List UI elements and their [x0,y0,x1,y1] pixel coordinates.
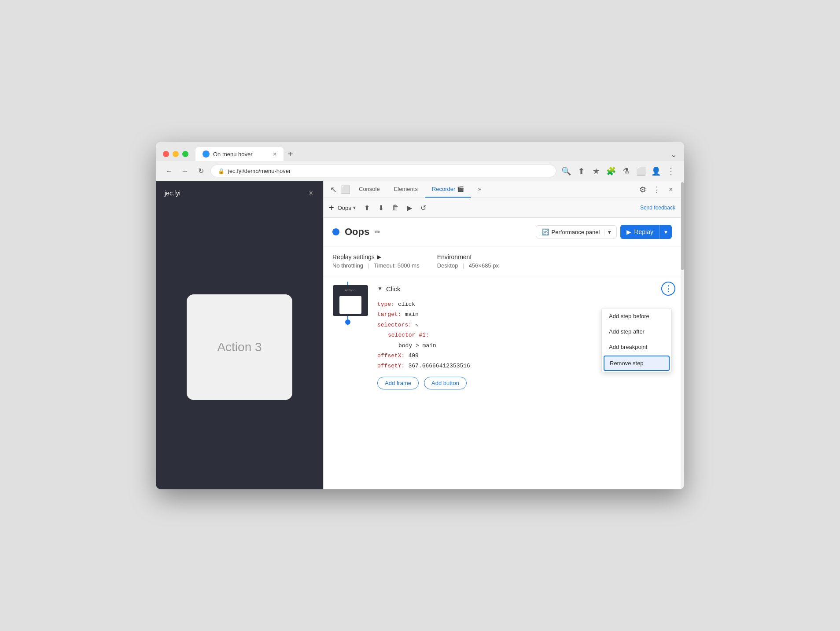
throttling-value: No throttling [332,262,363,269]
tab-recorder[interactable]: Recorder 🎬 [425,181,471,198]
recorder-action-buttons: ⬆ ⬇ 🗑 ▶ ↺ [361,202,430,214]
devtools-panel: ↖ ⬜ Console Elements Recorder 🎬 » ⚙ ⋮ × … [323,181,681,489]
add-step-after-label: Add step after [609,328,645,335]
add-breakpoint-item[interactable]: Add breakpoint [602,339,671,355]
main-area: jec.fyi ☀ Action 3 ↖ ⬜ Console Elements … [156,181,684,489]
step-expand-icon[interactable]: ▼ [377,286,383,292]
devtools-more-icon[interactable]: ⋮ [651,183,663,196]
forward-button[interactable]: → [179,165,191,177]
theme-toggle-icon[interactable]: ☀ [307,188,314,198]
add-recording-button[interactable]: + [329,203,334,213]
remove-step-item[interactable]: Remove step [604,356,670,371]
target-val: main [405,309,419,319]
devtools-tabs: ↖ ⬜ Console Elements Recorder 🎬 » ⚙ ⋮ × [324,181,681,198]
tab-console[interactable]: Console [352,181,387,198]
add-breakpoint-label: Add breakpoint [609,344,647,350]
add-step-after-item[interactable]: Add step after [602,324,671,339]
recording-title: Oops [345,226,369,238]
upload-recording-icon[interactable]: ⬆ [361,202,373,214]
environment-label: Environment [437,253,499,260]
context-menu: Add step before Add step after Add break… [601,308,672,372]
bookmark-icon[interactable]: ★ [590,165,602,177]
title-bar: 🌐 On menu hover × + ⌄ [156,142,684,161]
settings-divider [368,264,369,269]
perf-panel-dropdown-icon[interactable]: ▾ [604,229,611,235]
replay-dropdown-icon[interactable]: ▾ [659,225,672,239]
offsetX-val: 409 [408,351,418,361]
performance-panel-button[interactable]: 🔄 Performance panel ▾ [536,225,617,238]
timeout-value: Timeout: 5000 ms [374,262,420,269]
thumbnail-inner [339,296,361,314]
recorder-toolbar: + Oops ▾ ⬆ ⬇ 🗑 ▶ ↺ Send feedback [324,198,681,218]
delete-recording-icon[interactable]: 🗑 [389,202,402,214]
experiments-icon[interactable]: ⚗ [620,165,632,177]
download-recording-icon[interactable]: ⬇ [375,202,387,214]
thumbnail-label: Action 1 [333,289,368,292]
close-button[interactable] [163,151,169,157]
share-icon[interactable]: ⬆ [575,165,587,177]
add-step-before-item[interactable]: Add step before [602,308,671,324]
scrollbar[interactable] [681,181,684,489]
tab-more-icon[interactable]: ⌄ [671,150,677,159]
tab-close-icon[interactable]: × [273,150,276,158]
edit-recording-icon[interactable]: ✏ [375,228,380,236]
play-recording-icon[interactable]: ▶ [403,202,416,214]
profile-icon[interactable]: 👤 [650,165,662,177]
env-divider [463,264,464,269]
split-icon[interactable]: ⬜ [635,165,647,177]
tab-favicon: 🌐 [203,150,210,158]
address-bar[interactable]: 🔒 jec.fyi/demo/menu-hover [210,165,556,177]
browser-tab[interactable]: 🌐 On menu hover × [195,147,284,161]
type-key: type: [377,299,394,309]
perf-panel-label: Performance panel [552,229,600,235]
scroll-thumb[interactable] [681,182,684,270]
replay-main-action[interactable]: ▶ Replay [620,225,659,239]
offsetY-key: offsetY: [377,361,405,371]
device-toggle-icon[interactable]: ⬜ [339,183,352,196]
send-feedback-link[interactable]: Send feedback [640,205,675,211]
maximize-button[interactable] [182,151,188,157]
step-menu-button[interactable]: ⋮ [661,282,675,296]
tab-more[interactable]: » [471,181,488,198]
undo-recording-icon[interactable]: ↺ [417,202,430,214]
replay-settings-label[interactable]: Replay settings ▶ [332,253,420,260]
offsetX-key: offsetX: [377,351,405,361]
extensions-icon[interactable]: 🧩 [605,165,617,177]
tab-bar: 🌐 On menu hover × + ⌄ [195,147,677,161]
resolution-value: 456×685 px [469,262,499,269]
target-key: target: [377,309,402,319]
step-header: ▼ Click ⋮ [377,282,675,296]
add-frame-button[interactable]: Add frame [377,377,419,389]
perf-panel-icon: 🔄 [542,228,549,235]
remove-step-label: Remove step [610,360,644,367]
recording-header: Oops ✏ 🔄 Performance panel ▾ ▶ Replay [324,218,681,246]
add-button-button[interactable]: Add button [424,377,467,389]
step-name: Click [386,285,401,293]
menu-icon[interactable]: ⋮ [665,165,677,177]
back-button[interactable]: ← [163,165,175,177]
selector-icon: ↖ [415,320,419,330]
selectors-key: selectors: [377,320,412,330]
browser-content: jec.fyi ☀ Action 3 [156,181,323,489]
replay-settings-col: Replay settings ▶ No throttling Timeout:… [332,253,420,269]
environment-value: Desktop 456×685 px [437,262,499,269]
devtools-close-icon[interactable]: × [665,183,677,196]
element-picker-icon[interactable]: ↖ [327,183,339,196]
new-tab-button[interactable]: + [284,149,298,159]
search-icon[interactable]: 🔍 [560,165,572,177]
selector1-key: selector #1: [388,330,429,340]
add-step-before-label: Add step before [609,313,649,319]
replay-button[interactable]: ▶ Replay ▾ [620,225,672,239]
tab-elements[interactable]: Elements [387,181,425,198]
url-text: jec.fyi/demo/menu-hover [228,168,291,174]
browser-toolbar: ← → ↻ 🔒 jec.fyi/demo/menu-hover 🔍 ⬆ ★ 🧩 … [156,161,684,181]
step-thumbnail: Action 1 [333,285,368,316]
selector1-val: body > main [398,341,436,351]
devtools-settings-icon[interactable]: ⚙ [637,183,649,196]
environment-text: Environment [437,253,472,260]
reload-button[interactable]: ↻ [195,165,207,177]
recording-name-dropdown[interactable]: Oops ▾ [338,205,356,211]
step-item: Action 1 ▼ Click ⋮ [324,276,681,400]
replay-settings-section: Replay settings ▶ No throttling Timeout:… [324,246,681,276]
minimize-button[interactable] [173,151,179,157]
